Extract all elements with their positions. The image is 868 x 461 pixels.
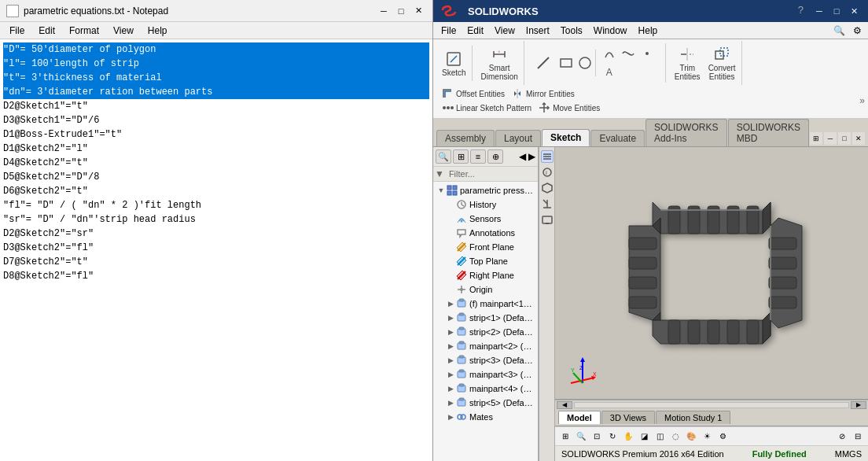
sw-close-button[interactable]: ✕ — [846, 4, 862, 18]
arc-button[interactable] — [601, 45, 618, 62]
panel-minimize-button[interactable]: ─ — [824, 132, 837, 145]
sidebar-config-manager-button[interactable] — [541, 182, 554, 194]
tree-item[interactable]: ▶strip<2> (Default<< — [435, 325, 536, 339]
tree-item[interactable]: ▶strip<5> (Default<< — [435, 396, 536, 410]
model-tab-3dviews[interactable]: 3D Views — [601, 411, 655, 424]
point-button[interactable] — [638, 45, 656, 62]
toolbar-expand-icon[interactable]: » — [859, 95, 865, 106]
sidebar-display-manager-button[interactable] — [541, 213, 554, 226]
move-entities-button[interactable]: Move Entities — [535, 101, 603, 115]
spline-button[interactable] — [620, 45, 637, 62]
panel-maximize-button[interactable]: □ — [838, 132, 851, 145]
horizontal-scrollbar[interactable]: ◀ ▶ — [555, 400, 868, 409]
filter-icon[interactable]: ▼ — [435, 168, 444, 179]
sw-maximize-button[interactable]: □ — [829, 4, 844, 18]
tree-root-item[interactable]: ▼ parametric pressfit (Defa — [435, 183, 536, 197]
bottom-hide-show-button[interactable]: ◌ — [668, 430, 682, 444]
tree-item[interactable]: Annotations — [435, 226, 536, 240]
text-button[interactable]: A — [601, 64, 618, 81]
bottom-display-style-button[interactable]: ◫ — [653, 430, 667, 444]
tree-item[interactable]: ▶strip<1> (Default<< — [435, 311, 536, 325]
tab-solidworks-mbd[interactable]: SOLIDWORKS MBD — [728, 119, 809, 146]
scrollbar-track[interactable] — [574, 402, 849, 408]
sidebar-feature-manager-button[interactable] — [541, 150, 554, 163]
notepad-menu-view[interactable]: View — [107, 24, 140, 38]
tree-item[interactable]: Sensors — [435, 212, 536, 226]
sw-3d-viewport[interactable]: Z X Y ◀ ▶ Model 3D Views Mo — [555, 147, 868, 461]
offset-entities-button[interactable]: Offset Entities — [438, 87, 508, 101]
linear-sketch-pattern-button[interactable]: Linear Sketch Pattern — [438, 101, 535, 115]
panel-close-button[interactable]: ✕ — [852, 132, 865, 145]
tree-item[interactable]: Front Plane — [435, 240, 536, 254]
bottom-scene-button[interactable]: ☀ — [700, 430, 714, 444]
bottom-edit-appearance-button[interactable]: 🎨 — [684, 430, 698, 444]
tab-sketch[interactable]: Sketch — [542, 129, 590, 146]
tab-assembly[interactable]: Assembly — [436, 130, 495, 146]
tree-item[interactable]: ▶mainpart<3> (Defau... — [435, 367, 536, 382]
convert-entities-button[interactable]: ConvertEntities — [704, 42, 740, 83]
sw-options-icon[interactable]: ⚙ — [850, 25, 865, 36]
toolbar-expand-button[interactable]: » — [859, 95, 865, 106]
bottom-zoom-button[interactable]: 🔍 — [574, 430, 588, 444]
smart-dimension-button[interactable]: ⬦ SmartDimension — [477, 42, 522, 83]
bottom-section-view-button[interactable]: ⊘ — [835, 430, 849, 444]
tree-item[interactable]: Right Plane — [435, 268, 536, 282]
circle-button[interactable] — [576, 54, 594, 72]
notepad-menu-edit[interactable]: Edit — [32, 24, 61, 38]
tree-item[interactable]: History — [435, 197, 536, 212]
notepad-menu-format[interactable]: Format — [63, 24, 105, 38]
tab-evaluate[interactable]: Evaluate — [590, 130, 645, 146]
sw-minimize-button[interactable]: ─ — [811, 4, 827, 18]
sw-feature-tree[interactable]: ▼ parametric pressfit (Defa HistorySenso… — [433, 182, 538, 461]
tab-solidworks-addins[interactable]: SOLIDWORKS Add-Ins — [645, 119, 727, 146]
tree-expand-button[interactable]: ⊕ — [487, 149, 503, 164]
line-button[interactable] — [529, 51, 557, 75]
notepad-menu-file[interactable]: File — [3, 24, 31, 38]
tree-search-button[interactable]: 🔍 — [436, 149, 451, 164]
sw-search-icon[interactable]: 🔍 — [830, 25, 848, 36]
bottom-view-selector-button[interactable]: ◪ — [637, 430, 651, 444]
bottom-rotate-button[interactable]: ↻ — [605, 430, 620, 444]
trim-entities-button[interactable]: TrimEntities — [671, 42, 704, 83]
scroll-left-button[interactable]: ◀ — [557, 401, 572, 409]
tree-arrow-button[interactable]: ◀ ▶ — [519, 149, 535, 164]
model-tab-model[interactable]: Model — [558, 411, 601, 424]
tree-item[interactable]: ▶(f) mainpart<1> (De... — [435, 297, 536, 311]
model-tab-motion[interactable]: Motion Study 1 — [656, 411, 730, 424]
sidebar-property-manager-button[interactable]: i — [541, 166, 554, 179]
tree-item[interactable]: ▶strip<3> (Default<< — [435, 353, 536, 367]
bottom-zoom-area-button[interactable]: ⊡ — [590, 430, 604, 444]
mirror-entities-button[interactable]: Mirror Entities — [508, 87, 578, 101]
sw-menu-file[interactable]: File — [436, 24, 461, 38]
sw-menu-edit[interactable]: Edit — [462, 24, 488, 38]
sw-help-icon[interactable]: ? — [798, 4, 804, 18]
sketch-button[interactable]: Sketch — [438, 47, 470, 79]
sw-menu-window[interactable]: Window — [589, 24, 632, 38]
tree-item[interactable]: ▶mainpart<2> (Defau... — [435, 339, 536, 353]
bottom-zoom-fit-button[interactable]: ⊞ — [558, 430, 572, 444]
sw-menu-view[interactable]: View — [490, 24, 520, 38]
rectangle-button[interactable] — [557, 54, 575, 72]
tree-list-button[interactable]: ≡ — [470, 149, 486, 164]
rectangle-icon — [559, 56, 573, 70]
tab-layout[interactable]: Layout — [495, 130, 541, 146]
notepad-menu-help[interactable]: Help — [142, 24, 174, 38]
notepad-close-button[interactable]: ✕ — [410, 4, 426, 18]
sw-menu-tools[interactable]: Tools — [556, 24, 587, 38]
sw-menu-insert[interactable]: Insert — [521, 24, 554, 38]
bottom-view-palette-button[interactable]: ⊟ — [851, 430, 865, 444]
tree-filter-button[interactable]: ⊞ — [453, 149, 469, 164]
tree-item[interactable]: Top Plane — [435, 254, 536, 268]
tree-item[interactable]: Origin — [435, 282, 536, 297]
notepad-maximize-button[interactable]: □ — [393, 4, 409, 18]
tree-item[interactable]: ▶mainpart<4> (Defau... — [435, 382, 536, 396]
bottom-view-settings-button[interactable]: ⚙ — [715, 430, 730, 444]
tree-item[interactable]: ▶Mates — [435, 410, 536, 424]
bottom-pan-button[interactable]: ✋ — [621, 430, 635, 444]
panel-restore-button[interactable]: ⊞ — [810, 132, 822, 145]
sw-menu-help[interactable]: Help — [634, 24, 663, 38]
notepad-minimize-button[interactable]: ─ — [376, 4, 392, 18]
scroll-right-button[interactable]: ▶ — [851, 401, 866, 409]
notepad-content[interactable]: "D"= 50'diameter of polygon"l"= 100'leng… — [0, 39, 432, 461]
sidebar-dim-xpert-button[interactable] — [541, 197, 554, 210]
